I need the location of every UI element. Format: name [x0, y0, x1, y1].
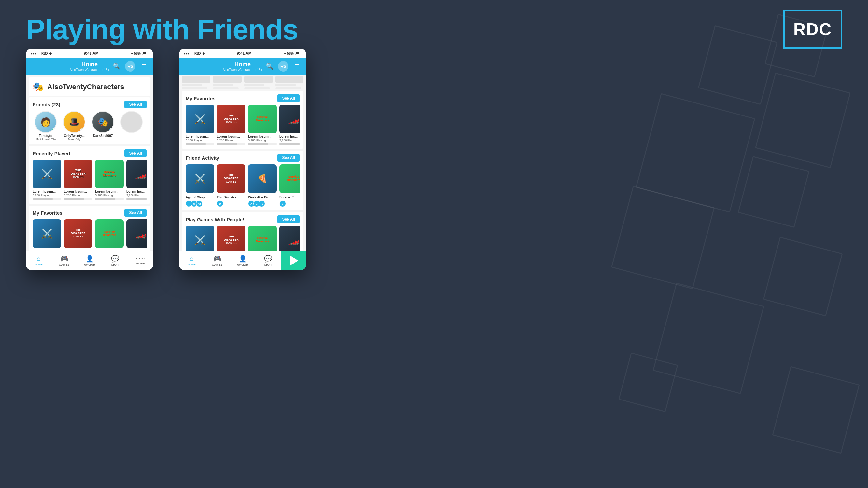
game-thumbnail: 🏎️ — [126, 160, 147, 188]
friend-item[interactable]: 🧑 Tarabyte [1M+ Likes!] The — [33, 111, 59, 141]
game-item[interactable]: SurviveDisasters Lorem Ipsum... 3,280 Pl… — [248, 105, 277, 145]
game-players: 3,280 Pla... — [126, 194, 147, 197]
partial-item — [213, 76, 242, 89]
game-item[interactable]: SurviveDisasters Lorem Ipsum... 3,280 Pl… — [95, 160, 124, 200]
game-item[interactable]: SurviveDisasters Lorem Ipsum... 3,280 Pl… — [248, 226, 277, 251]
nav-chat[interactable]: 💬 CHAT — [102, 255, 128, 266]
friend-avatar: 🎩 — [63, 111, 85, 133]
friend-item[interactable] — [119, 111, 145, 141]
game-item[interactable]: 🏎️ Lorem Ips... 3,280 Pla... — [126, 160, 147, 200]
game-thumbnail: THEDISASTERGAMES — [217, 226, 246, 251]
user-header: 🎭 AlsoTwentyCharacters — [29, 77, 150, 96]
game-thumbnail: 🏎️ — [126, 219, 147, 248]
nav-avatar-2[interactable]: 👤 AVATAR — [230, 255, 255, 266]
recently-played-list: ⚔️ Lorem Ipsum... 3,280 Playing THEDISAS… — [33, 160, 147, 200]
nav-bar-1: Home AlsoTwentyCharacters: 13+ 🔍 R$ ☰ — [26, 58, 153, 75]
game-item[interactable]: ⚔️ Lorem Ipsum... 3,280 Playing — [186, 226, 214, 251]
game-title: Lorem Ips... — [279, 135, 300, 139]
search-icon[interactable]: 🔍 — [111, 61, 122, 72]
friend-name: DarkSoul007 — [93, 134, 113, 138]
activity-item[interactable]: THEDISASTERGAMES The Disaster ... D — [217, 164, 246, 207]
home-icon: ⌂ — [37, 255, 41, 262]
username: AlsoTwentyCharacters — [47, 83, 124, 91]
games-icon: 🎮 — [60, 255, 68, 263]
play-icon — [290, 255, 298, 266]
mini-avatar: S — [279, 200, 286, 207]
mini-avatar: D — [217, 200, 223, 207]
game-item[interactable]: ⚔️ Lorem Ipsum... 3,280 Playing — [33, 160, 61, 200]
my-favorites-section: My Favorites See All ⚔️ THEDISASTERGAMES — [29, 206, 150, 251]
chat-icon: 💬 — [111, 255, 119, 263]
game-item[interactable]: THEDISASTERGAMES Lorem Ipsum... 3,280 Pl… — [217, 105, 246, 145]
friend-name: OnlyTwenty... — [64, 134, 85, 138]
game-item[interactable]: 🏎️ Lorem Ips... 3,280 Pla... — [279, 226, 300, 251]
play-games-list: ⚔️ Lorem Ipsum... 3,280 Playing THEDISAS… — [186, 226, 300, 251]
game-item[interactable]: ⚔️ Lorem Ipsum... 3,280 Playing — [186, 105, 214, 145]
menu-icon[interactable]: ☰ — [139, 61, 149, 72]
activity-item[interactable]: 🍕 Work At a Piz... A B +2 — [248, 164, 277, 207]
game-item[interactable]: ⚔️ — [33, 219, 61, 249]
nav-more[interactable]: ⋯⋯ MORE — [128, 256, 153, 265]
recently-played-see-all[interactable]: See All — [124, 149, 147, 157]
user-avatar: 🎭 — [33, 82, 44, 92]
activity-game-title: Age of Glory — [186, 196, 205, 199]
nav-avatar[interactable]: 👤 AVATAR — [77, 255, 102, 266]
nav-games[interactable]: 🎮 GAMES — [52, 255, 77, 266]
game-thumbnail: ⚔️ — [33, 160, 61, 188]
game-players: 3,280 Pla... — [279, 139, 300, 142]
game-thumbnail: SurviveDisasters — [248, 226, 277, 251]
time-display: 9:41 AM — [237, 51, 252, 56]
game-item[interactable]: THEDISASTERGAMES — [64, 219, 92, 249]
friends-title: Friends (23) — [33, 102, 60, 107]
partial-item — [275, 76, 304, 89]
play-button-area[interactable] — [281, 251, 306, 270]
nav-home[interactable]: ⌂ HOME — [26, 255, 52, 266]
rdc-logo: RDC — [783, 10, 842, 49]
nav-games-2[interactable]: 🎮 GAMES — [205, 255, 230, 266]
play-games-see-all[interactable]: See All — [277, 215, 300, 223]
friend-item[interactable]: 🎩 OnlyTwenty... MeepCity — [61, 111, 87, 141]
menu-icon[interactable]: ☰ — [292, 61, 302, 72]
robux-icon[interactable]: R$ — [125, 61, 135, 72]
plus-badge: +2 — [196, 200, 203, 207]
recently-played-title: Recently Played — [33, 151, 70, 156]
my-favorites-title-2: My Favorites — [186, 96, 216, 101]
search-icon[interactable]: 🔍 — [265, 61, 275, 72]
game-item[interactable]: SurviveDisasters — [95, 219, 124, 249]
battery-status: ✦ 58% — [284, 52, 302, 55]
plus-badge: +2 — [258, 200, 265, 207]
friend-activity-see-all[interactable]: See All — [277, 154, 300, 162]
nav-chat-2[interactable]: 💬 CHAT — [255, 255, 281, 266]
my-favorites-see-all-2[interactable]: See All — [277, 94, 300, 102]
friend-activity-title: Friend Activity — [186, 155, 219, 161]
game-rating — [126, 198, 147, 200]
friend-sub: [1M+ Likes!] The — [35, 138, 57, 141]
background-decoration — [575, 0, 868, 488]
home-icon: ⌂ — [190, 255, 194, 262]
nav-home-2[interactable]: ⌂ HOME — [179, 255, 205, 266]
robux-icon[interactable]: R$ — [278, 61, 288, 72]
phone-2: ●●●○○ RBX ⊛ 9:41 AM ✦ 58% Home AlsoTwent… — [179, 49, 306, 270]
game-thumbnail: ⚔️ — [186, 105, 214, 133]
game-item[interactable]: THEDISASTERGAMES Lorem Ipsum... 3,280 Pl… — [217, 226, 246, 251]
my-favorites-section-2: My Favorites See All ⚔️ Lorem Ipsum... 3… — [182, 91, 304, 149]
nav-subtitle-1: AlsoTwentyCharacters: 13+ — [70, 68, 110, 72]
my-favorites-see-all[interactable]: See All — [124, 209, 147, 217]
nav-bar-2: Home AlsoTwentyCharacters: 13+ 🔍 R$ ☰ — [179, 58, 306, 75]
friend-item[interactable]: 🎭 DarkSoul007 — [90, 111, 116, 141]
friends-see-all[interactable]: See All — [124, 100, 147, 108]
game-item[interactable]: 🏎️ — [126, 219, 147, 249]
game-item[interactable]: THEDISASTERGAMES Lorem Ipsum... 3,280 Pl… — [64, 160, 92, 200]
game-rating — [186, 143, 214, 145]
avatar-icon: 👤 — [86, 255, 94, 263]
game-players: 3,280 Playing — [186, 139, 214, 142]
my-favorites-list: ⚔️ THEDISASTERGAMES Survive — [33, 219, 147, 249]
friend-name: Tarabyte — [39, 134, 53, 138]
game-item[interactable]: 🏎️ Lorem Ips... 3,280 Pla... — [279, 105, 300, 145]
activity-players: A B +2 — [248, 200, 265, 207]
activity-item[interactable]: ⚔️ Age of Glory T O +2 — [186, 164, 214, 207]
partial-item — [244, 76, 273, 89]
nav-title-2: Home — [223, 61, 263, 68]
activity-item[interactable]: SurviveDisasters Survive T... S — [279, 164, 300, 207]
signal-status: ●●●○○ RBX ⊛ — [31, 52, 52, 55]
